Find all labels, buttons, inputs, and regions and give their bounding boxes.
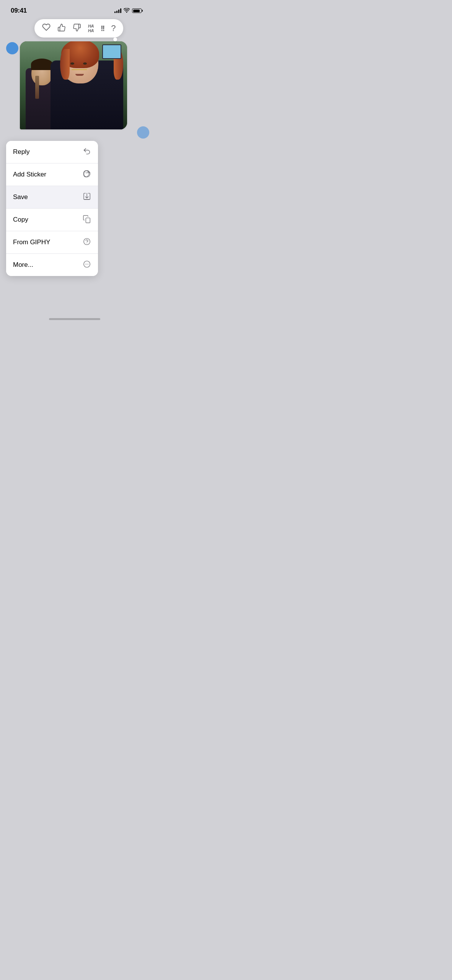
context-menu: Reply Add Sticker <box>6 141 98 276</box>
svg-point-9 <box>88 264 88 265</box>
battery-icon <box>132 8 142 13</box>
status-bar: 09:41 <box>0 0 149 19</box>
avatar-right <box>137 126 149 139</box>
wifi-icon <box>124 7 130 14</box>
svg-point-8 <box>86 264 87 265</box>
menu-item-giphy-label: From GIPHY <box>13 238 50 246</box>
reaction-exclaim[interactable]: !! <box>101 24 104 33</box>
status-time: 09:41 <box>11 7 27 15</box>
menu-item-save-label: Save <box>13 193 28 201</box>
reaction-heart[interactable] <box>42 23 51 34</box>
avatar <box>6 42 18 54</box>
reaction-bar: HAHA !! ? <box>34 19 123 38</box>
reply-icon <box>83 147 91 157</box>
message-bubble <box>20 41 127 129</box>
menu-item-more-label: More... <box>13 261 33 269</box>
svg-point-7 <box>85 264 86 265</box>
menu-item-copy[interactable]: Copy <box>6 209 98 231</box>
svg-point-5 <box>86 243 87 243</box>
message-image <box>20 41 127 129</box>
svg-rect-3 <box>86 218 90 223</box>
menu-item-save[interactable]: Save <box>6 186 98 209</box>
home-indicator <box>49 318 100 320</box>
menu-item-copy-label: Copy <box>13 216 28 224</box>
menu-item-reply[interactable]: Reply <box>6 141 98 163</box>
reaction-thumbsdown[interactable] <box>73 23 81 33</box>
reaction-thumbsup[interactable] <box>57 23 66 33</box>
menu-item-add-sticker[interactable]: Add Sticker <box>6 163 98 186</box>
menu-item-from-giphy[interactable]: From GIPHY <box>6 231 98 254</box>
appstore-icon <box>83 237 91 247</box>
more-icon <box>83 260 91 270</box>
copy-icon <box>83 215 91 225</box>
save-icon <box>83 192 91 202</box>
menu-item-reply-label: Reply <box>13 148 29 156</box>
signal-icon <box>114 8 121 13</box>
svg-point-1 <box>85 172 86 173</box>
menu-item-more[interactable]: More... <box>6 254 98 276</box>
reaction-question[interactable]: ? <box>111 23 116 33</box>
menu-item-sticker-label: Add Sticker <box>13 171 46 178</box>
status-icons <box>114 7 142 14</box>
sticker-icon <box>83 170 91 180</box>
reaction-haha[interactable]: HAHA <box>88 24 94 33</box>
